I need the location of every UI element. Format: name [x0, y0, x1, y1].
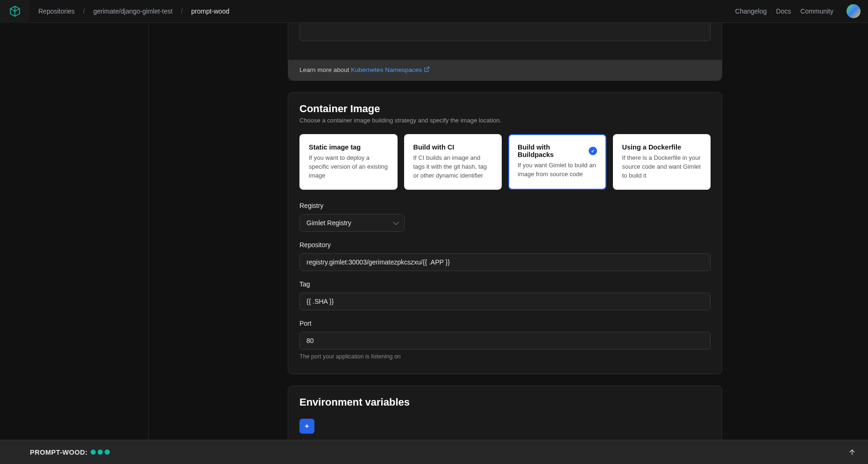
option-title: Using a Dockerfile: [622, 143, 702, 151]
footer-label: PROMPT-WOOD:: [30, 449, 88, 456]
breadcrumb-root[interactable]: Repositories: [38, 7, 75, 15]
repository-field: Repository: [299, 241, 711, 271]
breadcrumb-current[interactable]: prompt-wood: [191, 7, 229, 15]
option-desc: If there is a Dockerfile in your source …: [622, 154, 702, 180]
tag-label: Tag: [299, 280, 711, 288]
dot-icon: [105, 450, 110, 455]
option-dockerfile[interactable]: Using a Dockerfile If there is a Dockerf…: [613, 134, 711, 190]
option-desc: If you want Gimlet to build an image fro…: [518, 161, 597, 179]
breadcrumb-sep-icon: /: [83, 7, 85, 15]
env-title: Environment variables: [299, 396, 711, 408]
repository-label: Repository: [299, 241, 711, 249]
main: Learn more about Kubernetes Namespaces C…: [0, 23, 868, 440]
container-title: Container Image: [299, 103, 711, 115]
add-env-var-button[interactable]: [299, 419, 314, 434]
arrow-up-icon: [848, 448, 856, 457]
plus-icon: [304, 423, 310, 429]
namespace-input[interactable]: [299, 23, 711, 41]
svg-line-0: [426, 67, 429, 70]
breadcrumb-repo[interactable]: gerimate/django-gimlet-test: [93, 7, 173, 15]
image-strategy-options: Static image tag If you want to deploy a…: [299, 134, 711, 190]
option-build-ci[interactable]: Build with CI If CI builds an image and …: [404, 134, 502, 190]
bottombar: PROMPT-WOOD:: [0, 440, 868, 464]
learn-more-prefix: Learn more about: [299, 66, 351, 73]
option-title: Static image tag: [309, 143, 388, 151]
container-subtitle: Choose a container image building strate…: [299, 117, 711, 124]
option-static-tag[interactable]: Static image tag If you want to deploy a…: [299, 134, 398, 190]
registry-select[interactable]: Gimlet Registry: [299, 214, 405, 232]
port-label: Port: [299, 320, 711, 327]
check-icon: ✓: [589, 147, 597, 155]
env-vars-card: Environment variables: [288, 385, 722, 440]
option-buildpacks[interactable]: Build with Buildpacks ✓ If you want Giml…: [508, 134, 606, 190]
tag-field: Tag: [299, 280, 711, 310]
topbar: Repositories / gerimate/django-gimlet-te…: [0, 0, 868, 23]
learn-more-bar: Learn more about Kubernetes Namespaces: [288, 60, 722, 80]
breadcrumb: Repositories / gerimate/django-gimlet-te…: [38, 7, 229, 15]
option-desc: If you want to deploy a specific version…: [309, 154, 388, 180]
option-title: Build with Buildpacks ✓: [518, 143, 597, 158]
left-gutter: [0, 23, 149, 440]
option-desc: If CI builds an image and tags it with t…: [413, 154, 493, 180]
topbar-right: Changelog Docs Community: [735, 4, 861, 18]
registry-select-wrap: Gimlet Registry: [299, 214, 405, 232]
namespace-card: Learn more about Kubernetes Namespaces: [288, 23, 722, 81]
port-field: Port The port your application is listen…: [299, 320, 711, 360]
nav-community[interactable]: Community: [800, 7, 833, 15]
dot-icon: [91, 450, 96, 455]
registry-field: Registry Gimlet Registry: [299, 202, 711, 232]
dot-icon: [98, 450, 103, 455]
avatar[interactable]: [847, 4, 861, 18]
logo-icon: [9, 5, 21, 17]
port-helper: The port your application is listening o…: [299, 353, 711, 360]
nav-docs[interactable]: Docs: [776, 7, 791, 15]
repository-input[interactable]: [299, 253, 711, 271]
container-image-card: Container Image Choose a container image…: [288, 92, 722, 374]
learn-more-link[interactable]: Kubernetes Namespaces: [351, 66, 430, 73]
port-input[interactable]: [299, 332, 711, 350]
status-dots: [91, 450, 110, 455]
tag-input[interactable]: [299, 293, 711, 310]
option-title: Build with CI: [413, 143, 493, 151]
registry-label: Registry: [299, 202, 711, 209]
nav-changelog[interactable]: Changelog: [735, 7, 767, 15]
breadcrumb-sep-icon: /: [181, 7, 183, 15]
logo[interactable]: [0, 0, 30, 23]
content-scroll[interactable]: Learn more about Kubernetes Namespaces C…: [149, 23, 868, 440]
external-link-icon: [424, 66, 430, 74]
scroll-top-button[interactable]: [847, 448, 857, 457]
